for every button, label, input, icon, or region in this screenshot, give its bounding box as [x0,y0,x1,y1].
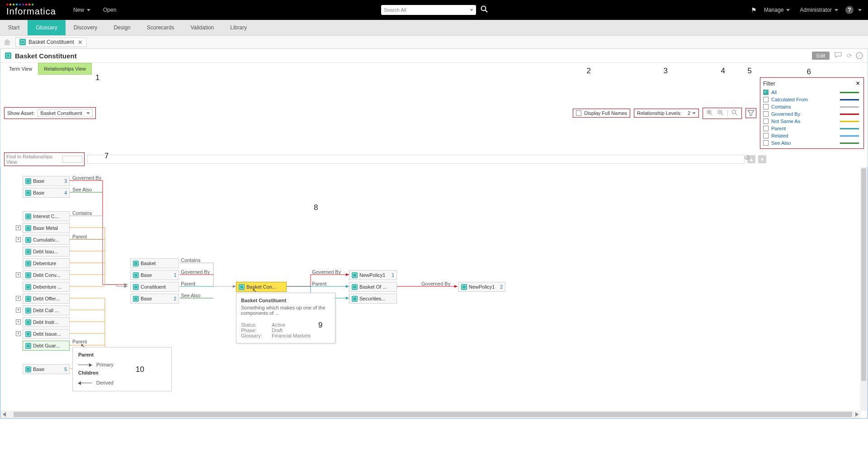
filter-item[interactable]: All [763,90,859,95]
vertical-scrollbar[interactable] [860,167,867,411]
graph-node[interactable]: Base Metal [23,223,70,233]
annotation-8: 8 [314,203,318,212]
find-input[interactable]: Find in Relationships View [6,154,61,165]
filter-item[interactable]: Related [763,133,859,138]
display-full-names-toggle[interactable]: Display Full Names [573,109,630,118]
more-menu[interactable] [858,9,862,11]
search-button[interactable] [476,5,492,14]
breadcrumb[interactable]: Basket Constituent ✕ [15,38,87,47]
expand-button[interactable]: + [16,296,21,301]
relationships-view-tab[interactable]: Relationships View [38,63,92,75]
zoom-fit-button[interactable] [731,109,739,117]
find-next-button[interactable]: ▼ [758,155,766,163]
tab-scorecards[interactable]: Scorecards [139,20,183,35]
graph-node[interactable]: Securities... [349,294,397,304]
search-input[interactable]: Search All [381,5,476,15]
graph-node[interactable]: Base3 [23,176,70,186]
graph-node[interactable]: Basket [130,258,179,268]
graph-node[interactable]: Base2 [130,294,179,304]
graph-node[interactable]: Basket Of ... [349,282,397,292]
graph-node[interactable]: Constituent [130,282,179,292]
annotation-2: 2 [587,67,591,76]
expand-button[interactable]: + [16,308,21,313]
filter-item[interactable]: Governed By [763,111,859,117]
close-icon[interactable]: ✕ [78,39,83,46]
home-icon[interactable] [4,39,11,45]
new-menu[interactable]: New [67,0,97,20]
expand-button[interactable]: + [16,225,21,230]
graph-node[interactable]: Debenture [23,258,70,268]
legend-popup: Parent Primary Children Derived [72,347,172,391]
expand-button[interactable]: + [16,272,21,277]
expand-icon[interactable]: ⤢ [856,52,863,59]
graph-node[interactable]: Debt Offer... [23,294,70,304]
graph-node[interactable]: Interest C... [23,211,70,221]
graph-node[interactable]: NewPolicy11 [349,270,397,280]
page-title: Basket Constituent [15,52,808,60]
svg-line-3 [711,114,712,115]
rel-label: Governed By [72,175,101,181]
notifications-icon[interactable]: ⚑ [751,6,757,14]
filter-close-button[interactable]: ✕ [856,81,860,86]
filter-panel: Filter ✕ AllCalculated FromContainsGover… [760,77,864,149]
find-result-bar [87,155,745,164]
manage-menu[interactable]: Manage [761,0,793,20]
filter-item[interactable]: Not Same As [763,119,859,124]
svg-point-9 [732,110,736,114]
zoom-out-button[interactable] [717,109,725,117]
filter-item[interactable]: Calculated From [763,97,859,102]
term-view-tab[interactable]: Term View [3,63,38,75]
graph-node-selected[interactable]: Basket Con... [236,282,287,292]
comment-icon[interactable] [833,52,843,60]
filter-item[interactable]: Parent [763,126,859,131]
tab-glossary[interactable]: Glossary [28,20,65,35]
graph-node[interactable]: Debt Guar... [23,341,70,351]
filter-title: Filter [763,81,861,87]
edit-button[interactable]: Edit [812,52,830,60]
relationship-levels-select[interactable]: Relationship Levels: 2 [637,110,696,116]
annotation-6: 6 [807,67,811,76]
rel-label: Governed By [312,269,341,275]
expand-button[interactable]: + [16,331,21,336]
filter-item[interactable]: See Also [763,140,859,146]
tab-library[interactable]: Library [222,20,255,35]
graph-node[interactable]: Base1 [130,270,179,280]
graph-node[interactable]: Debt Instr... [23,317,70,327]
expand-button[interactable]: + [16,319,21,324]
show-asset-select[interactable]: Basket Constituent [38,109,93,117]
zoom-in-button[interactable] [706,109,714,117]
svg-line-1 [486,10,488,13]
annotation-1: 1 [95,73,99,82]
graph-node[interactable]: Debt Issue... [23,329,70,339]
graph-node[interactable]: Base5 [23,364,70,374]
graph-node[interactable]: Debt Call ... [23,305,70,315]
node-tooltip: Basket Constituent Something which makes… [236,293,335,343]
annotation-9: 9 [318,321,322,330]
horizontal-scrollbar[interactable] [1,411,860,418]
graph-node[interactable]: NewPolicy12 [458,282,505,292]
rel-label: Contains [181,257,200,263]
filter-item[interactable]: Contains [763,104,859,109]
tab-start[interactable]: Start [0,20,28,35]
tab-validation[interactable]: Validation [182,20,222,35]
tab-discovery[interactable]: Discovery [66,20,106,35]
graph-node[interactable]: Debt Issu... [23,247,70,257]
open-menu[interactable]: Open [97,0,123,20]
tab-design[interactable]: Design [105,20,138,35]
user-menu[interactable]: Administrator [797,0,841,20]
graph-node[interactable]: Base4 [23,188,70,198]
rel-label: Parent [312,281,326,286]
graph-node[interactable]: Debenture ... [23,282,70,292]
expand-button[interactable]: + [16,237,21,242]
svg-line-10 [736,114,737,115]
graph-node[interactable]: Cumulativ... [23,235,70,245]
show-asset-label: Show Asset: [7,110,35,116]
annotation-10: 10 [136,365,144,374]
graph-node[interactable]: Debt Conv... [23,270,70,280]
refresh-icon[interactable]: ⟳ [847,52,852,59]
term-icon [5,52,11,59]
clear-button[interactable]: ⊘ [744,153,750,162]
filter-toggle-button[interactable] [747,110,755,116]
relationship-canvas[interactable]: 8 Governed By Base3 See Also Base4 Conta… [1,167,867,418]
help-icon[interactable]: ? [845,6,854,14]
